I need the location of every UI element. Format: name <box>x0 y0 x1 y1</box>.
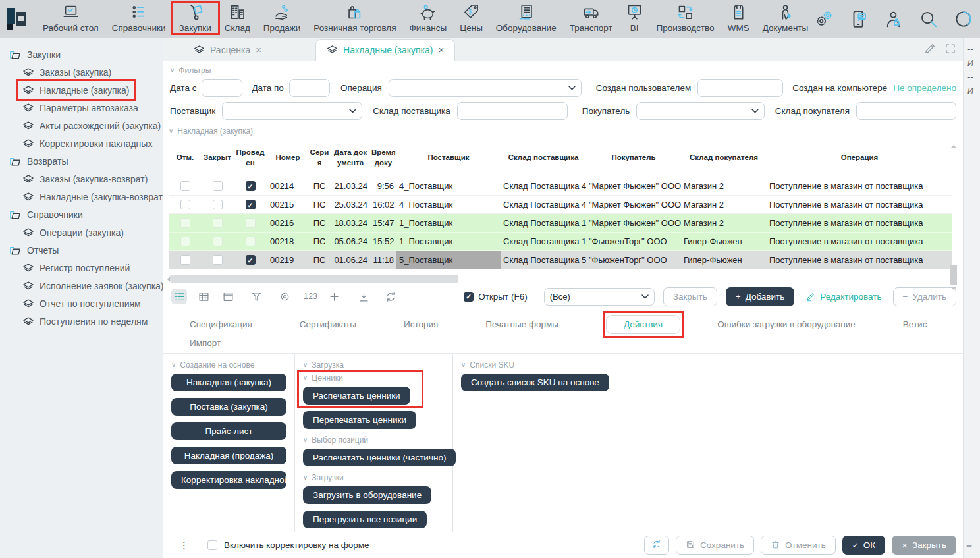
tree-item-receipts-report[interactable]: Отчет по поступлениям <box>22 294 141 312</box>
nav-item-sales[interactable]: Продажи <box>258 0 306 38</box>
nav-item-transport[interactable]: Транспорт <box>564 0 618 38</box>
tab-rastsenka[interactable]: Расценка × <box>183 40 272 61</box>
dtab-certificates[interactable]: Сертификаты <box>300 316 356 333</box>
dtab-print-forms[interactable]: Печатные формы <box>485 316 558 333</box>
nav-item-wms[interactable]: WMS <box>722 0 755 38</box>
fullscreen-expand-icon[interactable] <box>944 43 956 55</box>
scroll-down-arrow-icon[interactable] <box>951 287 956 293</box>
filters-header[interactable]: ∨ Фильтры <box>170 66 956 75</box>
price-tags-header[interactable]: ∨ Ценники <box>303 374 445 383</box>
otm-checkbox[interactable] <box>180 237 190 246</box>
closed-checkbox[interactable] <box>213 181 223 191</box>
dtab-actions[interactable]: Действия <box>606 315 680 334</box>
tree-item-autoorder-params[interactable]: Параметры автозаказа <box>22 99 138 117</box>
closed-checkbox[interactable] <box>213 200 223 209</box>
tree-item-receipts-register[interactable]: Регистр поступлений <box>22 259 130 277</box>
closed-checkbox[interactable] <box>213 237 223 246</box>
table-row[interactable]: 00216 ПС 18.03.24 15:47 1_Поставщик Скла… <box>169 213 952 232</box>
dtab-specification[interactable]: Спецификация <box>190 316 252 333</box>
created-by-input[interactable] <box>697 79 783 97</box>
list-view-icon[interactable] <box>171 289 187 304</box>
export-download-icon[interactable] <box>356 289 372 304</box>
posted-checkbox[interactable] <box>246 237 256 246</box>
horizontal-scrollbar[interactable] <box>169 275 952 284</box>
date-to-input[interactable] <box>289 79 330 97</box>
create-price-list-button[interactable]: Прайс-лист <box>171 422 286 440</box>
close-tab-icon[interactable]: × <box>256 44 261 55</box>
tree-folder-reports[interactable]: Отчеты <box>9 241 163 259</box>
tree-item-invoices-purchase[interactable]: Накладные (закупка) <box>22 81 129 99</box>
filter-funnel-icon[interactable] <box>248 289 264 304</box>
nav-item-warehouse[interactable]: Склад <box>219 0 256 38</box>
open-f6-checkbox[interactable]: ✓ <box>464 292 474 302</box>
nav-item-desktop[interactable]: Рабочий стол <box>37 0 105 38</box>
settings-gear-icon[interactable] <box>277 289 292 304</box>
cancel-button[interactable]: Отменить <box>761 536 836 555</box>
table-row[interactable]: ✓ 00215 ПС 25.03.24 16:02 4_Поставщик Ск… <box>169 195 952 213</box>
posted-checkbox[interactable]: ✓ <box>246 200 256 209</box>
col-header[interactable]: Дата документа <box>331 140 370 177</box>
horizontal-scrollbar-thumb[interactable] <box>170 275 458 283</box>
nav-item-bi[interactable]: BI <box>620 0 649 38</box>
create-invoice-correction-button[interactable]: Корректировка накладной <box>171 471 286 489</box>
loads-header[interactable]: ∨ Загрузки <box>303 473 445 482</box>
sku-lists-header[interactable]: ∨ Списки SKU <box>461 360 955 370</box>
col-header[interactable]: Покупатель <box>586 140 681 177</box>
buyer-warehouse-input[interactable] <box>856 102 956 120</box>
position-select-header[interactable]: ∨ Выбор позиций <box>303 435 445 445</box>
col-header[interactable]: Поставщик <box>396 140 501 177</box>
tree-item-invoices-return[interactable]: Накладные (закупка-возврат) <box>22 188 163 206</box>
tree-item-requests-fulfillment[interactable]: Исполнение заявок (закупка) <box>22 277 163 294</box>
delete-button[interactable]: −Удалить <box>893 287 956 306</box>
numbering-icon[interactable]: 123 <box>304 292 318 301</box>
col-header[interactable]: Время доку <box>370 140 396 177</box>
create-sku-list-button[interactable]: Создать список SKU на основе <box>461 374 609 391</box>
print-price-tags-button[interactable]: Распечатать ценники <box>303 387 410 405</box>
close-form-button[interactable]: × Закрыть <box>892 536 956 555</box>
tree-folder-returns[interactable]: Возвраты <box>9 152 163 170</box>
posted-checkbox[interactable]: ✓ <box>246 255 256 265</box>
table-row[interactable]: ✓ 00214 ПС 21.03.24 9:56 4_Поставщик Скл… <box>169 177 952 195</box>
card-view-icon[interactable] <box>220 289 236 304</box>
add-column-plus-icon[interactable] <box>327 289 342 304</box>
date-from-input[interactable] <box>202 79 242 97</box>
tree-item-orders-purchase[interactable]: Заказы (закупка) <box>22 63 111 81</box>
tree-folder-catalogs[interactable]: Справочники <box>9 206 163 223</box>
nav-item-equipment[interactable]: Оборудование <box>490 0 562 38</box>
otm-checkbox[interactable] <box>180 218 190 228</box>
save-button[interactable]: Сохранить <box>676 536 754 555</box>
otm-checkbox[interactable] <box>180 181 190 191</box>
table-row-selected[interactable]: ✓ 00219 ПС 01.06.24 11:18 5_Поставщик Ск… <box>169 250 952 269</box>
dtab-vetis[interactable]: Ветис <box>903 316 927 333</box>
buyer-select[interactable] <box>636 102 764 120</box>
nav-item-finance[interactable]: Финансы <box>404 0 453 38</box>
resize-handle-icon[interactable]: ◂▸ <box>966 539 973 553</box>
session-clock-icon[interactable] <box>954 9 973 29</box>
print-price-tags-partial-button[interactable]: Распечатать ценники (частично) <box>303 449 456 466</box>
operation-select[interactable] <box>389 79 582 97</box>
created-on-computer-link[interactable]: Не определено <box>893 83 956 93</box>
filter-all-select[interactable]: (Все) <box>544 288 655 306</box>
nav-item-documents[interactable]: Документы <box>757 0 815 38</box>
enable-correction-checkbox[interactable] <box>207 540 217 550</box>
reprint-price-tags-button[interactable]: Перепечатать ценники <box>303 411 416 429</box>
refresh-button[interactable] <box>644 536 669 555</box>
supplier-warehouse-input[interactable] <box>457 102 568 120</box>
tab-nakladnye-zakupka[interactable]: Накладные (закупка) × <box>315 39 455 61</box>
edit-pencil-icon[interactable] <box>923 42 937 55</box>
col-header[interactable]: Отм. <box>169 140 202 177</box>
closed-checkbox[interactable] <box>213 218 223 228</box>
col-header[interactable]: Серия <box>308 140 331 177</box>
create-from-header[interactable]: ∨ Создание на основе <box>171 360 286 370</box>
search-icon[interactable] <box>919 9 939 29</box>
load-header[interactable]: ∨ Загрузка <box>303 360 445 370</box>
scroll-left-arrow-icon[interactable] <box>165 277 170 282</box>
dtab-import[interactable]: Импорт <box>190 334 221 352</box>
col-header[interactable]: Номер <box>267 140 308 177</box>
tree-item-discrepancy-acts[interactable]: Акты расхождений (закупка) <box>22 117 161 134</box>
table-row[interactable]: 00218 ПС 05.06.24 15:52 1_Поставщик Скла… <box>169 232 952 250</box>
grid-view-icon[interactable] <box>196 289 211 304</box>
support-chat-icon[interactable] <box>849 9 869 29</box>
load-to-equipment-button[interactable]: Загрузить в оборудование <box>303 486 431 504</box>
nav-item-prices[interactable]: $ Цены <box>454 0 489 38</box>
